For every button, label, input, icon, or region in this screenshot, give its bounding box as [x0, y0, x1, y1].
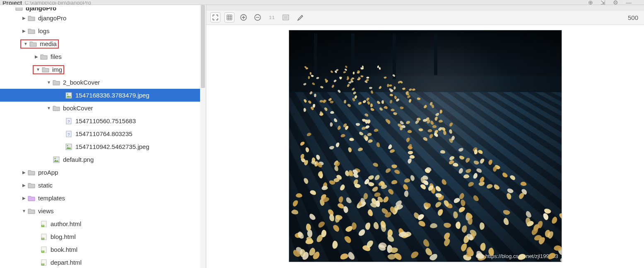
- tree-node-blog[interactable]: Hblog.html: [0, 230, 206, 243]
- tree-node-book[interactable]: Hbook.html: [0, 243, 206, 256]
- svg-text:H: H: [42, 237, 44, 240]
- tree-node-depart[interactable]: Hdepart.html: [0, 256, 206, 268]
- tree-node-templates[interactable]: ▶templates: [0, 192, 206, 205]
- tree-node-label: logs: [38, 27, 50, 34]
- folder-icon: [27, 207, 36, 215]
- tree-node-label: files: [51, 53, 62, 60]
- tree-node-sel-img[interactable]: 1547168336.3783479.jpeg: [0, 89, 206, 102]
- image-icon: [65, 92, 73, 99]
- folder-icon: [41, 66, 50, 73]
- background-toggle-icon[interactable]: [281, 12, 291, 22]
- tree-node-f2[interactable]: ?1547110764.803235: [0, 127, 206, 140]
- svg-text:H: H: [42, 224, 44, 227]
- zoom-in-icon[interactable]: [239, 12, 248, 22]
- tree-node-f1[interactable]: ?1547110560.7515683: [0, 115, 206, 127]
- unknown-icon: ?: [65, 130, 73, 138]
- html-icon: H: [40, 220, 48, 228]
- tree-node-static[interactable]: ▶static: [0, 179, 206, 192]
- project-title: Project: [2, 1, 22, 5]
- tree-scroll-thumb[interactable]: [201, 5, 205, 88]
- image-canvas[interactable]: https://blog.csdn.net/zjl199303: [206, 25, 644, 268]
- folder-icon: [27, 182, 36, 189]
- project-sidebar: djangoPro▶djangoPro▶logs▼media▶files▼img…: [0, 5, 206, 268]
- zoom-actual-button[interactable]: 1:1: [267, 12, 277, 22]
- tree-node-label: 1547110764.803235: [75, 130, 133, 137]
- fit-icon[interactable]: [210, 12, 220, 22]
- tree-node-bookCover[interactable]: ▼bookCover: [0, 102, 206, 115]
- tree-node-label: book.html: [51, 246, 77, 253]
- image-toolbar: 1:1 500: [206, 10, 644, 25]
- tree-node-label: author.html: [51, 220, 81, 227]
- chevron-right-icon[interactable]: ▶: [21, 196, 27, 200]
- tree-node-label: static: [38, 182, 53, 189]
- tree-node-default[interactable]: default.png: [0, 153, 206, 166]
- project-header: Project C:\xampp\cgi-bin\djangoPro ⊕ ⇲ ⚙…: [0, 0, 644, 5]
- image-icon: [52, 156, 60, 163]
- folder-icon: [52, 79, 60, 86]
- tree-node-logs[interactable]: ▶logs: [0, 24, 206, 37]
- chevron-right-icon[interactable]: ▶: [21, 16, 27, 20]
- chevron-down-icon[interactable]: ▼: [35, 67, 41, 72]
- tree-node-label: depart.html: [51, 259, 82, 266]
- tree-node-label: 1547110560.7515683: [75, 117, 136, 124]
- tree-node-label: bookCover: [63, 105, 93, 112]
- tree-node-label: views: [38, 207, 54, 214]
- tree-node-label: djangoPro: [38, 15, 66, 22]
- folder-icon: [29, 40, 37, 48]
- chevron-down-icon[interactable]: ▼: [21, 209, 27, 213]
- tree-node-label: 1547168336.3783479.jpeg: [75, 92, 150, 99]
- collapse-icon[interactable]: ⇲: [601, 0, 605, 5]
- folder-icon: [27, 15, 36, 22]
- html-icon: H: [40, 246, 48, 253]
- tree-node-label: blog.html: [51, 233, 76, 240]
- tree-node-djangoPro[interactable]: ▶djangoPro: [0, 12, 206, 24]
- chevron-down-icon[interactable]: ▼: [22, 41, 29, 46]
- tree-node-label: templates: [38, 195, 65, 202]
- svg-rect-36: [284, 16, 288, 19]
- chevron-down-icon[interactable]: ▼: [46, 106, 52, 110]
- folder-icon: [27, 169, 36, 176]
- svg-text:H: H: [42, 250, 44, 253]
- tree-node-label: 1547110942.5462735.jpeg: [75, 143, 150, 150]
- tree-node-files[interactable]: ▶files: [0, 50, 206, 63]
- tree-node-proApp[interactable]: ▶proApp: [0, 166, 206, 179]
- tree-node-label: djangoPro: [26, 7, 56, 12]
- tree-scrollbar[interactable]: [200, 5, 206, 268]
- tree-node-label: media: [40, 40, 57, 47]
- tree-node-label: 2_bookCover: [63, 79, 100, 86]
- tree-node-label: default.png: [63, 156, 94, 163]
- project-tree[interactable]: djangoPro▶djangoPro▶logs▼media▶files▼img…: [0, 5, 206, 268]
- folder-open-icon: [15, 7, 23, 12]
- preview-image: https://blog.csdn.net/zjl199303: [289, 30, 562, 262]
- dimensions-label: 500: [628, 14, 640, 21]
- tree-node-media[interactable]: ▼media: [0, 37, 206, 50]
- tree-node-img[interactable]: ▼img: [0, 63, 206, 76]
- tree-node-2_bookCover[interactable]: ▼2_bookCover: [0, 76, 206, 89]
- folder-purple-icon: [27, 195, 36, 202]
- tree-node-author[interactable]: Hauthor.html: [0, 217, 206, 230]
- project-header-actions: ⊕ ⇲ ⚙ —: [588, 0, 644, 5]
- zoom-out-icon[interactable]: [253, 12, 263, 22]
- grid-icon[interactable]: [224, 12, 234, 22]
- folder-icon: [40, 53, 48, 61]
- unknown-icon: ?: [65, 117, 73, 125]
- project-path: C:\xampp\cgi-bin\djangoPro: [24, 1, 91, 5]
- chevron-down-icon[interactable]: ▼: [46, 80, 52, 85]
- gear-icon[interactable]: ⚙: [613, 0, 618, 5]
- chevron-right-icon[interactable]: ▶: [21, 29, 27, 33]
- chevron-right-icon[interactable]: ▶: [21, 170, 27, 175]
- locate-icon[interactable]: ⊕: [588, 0, 593, 5]
- tree-node-f3[interactable]: 1547110942.5462735.jpeg: [0, 140, 206, 153]
- chevron-right-icon[interactable]: ▶: [33, 54, 40, 59]
- chevron-right-icon[interactable]: ▶: [21, 183, 27, 188]
- minimize-icon[interactable]: —: [626, 0, 632, 5]
- html-icon: H: [40, 233, 48, 241]
- svg-point-9: [55, 158, 56, 159]
- tree-node-views[interactable]: ▼views: [0, 205, 206, 217]
- html-icon: H: [40, 259, 48, 266]
- color-picker-icon[interactable]: [295, 12, 305, 22]
- svg-point-7: [67, 145, 68, 146]
- tree-node-label: img: [52, 66, 62, 73]
- svg-text:?: ?: [68, 132, 70, 136]
- tree-node-root[interactable]: djangoPro: [0, 7, 206, 12]
